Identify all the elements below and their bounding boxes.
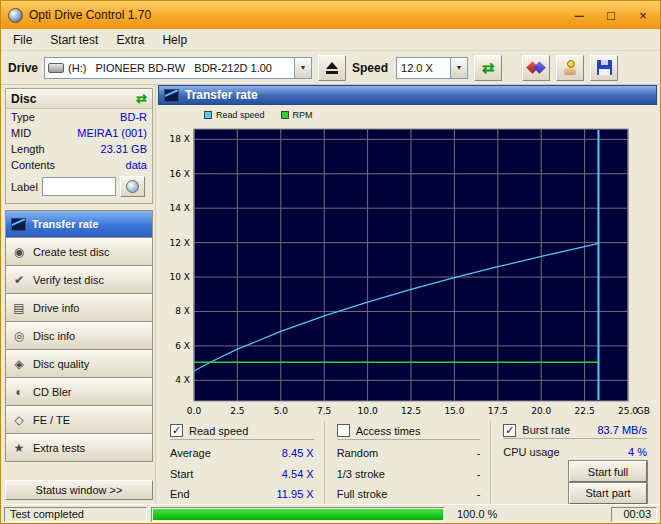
elapsed-time: 00:03 — [611, 507, 657, 522]
verify-test-disc-icon: ✔ — [11, 273, 27, 287]
sidebar-item-create-test-disc[interactable]: ◉ Create test disc — [5, 238, 153, 266]
svg-text:16 X: 16 X — [170, 169, 190, 179]
toolbar: Drive (H:) PIONEER BD-RW BDR-212D 1.00 ▼… — [1, 51, 660, 85]
eject-icon — [326, 62, 338, 74]
burst-rate-group: ✓ Burst rate 83.7 MB/s CPU usage 4 % Sta… — [490, 421, 657, 504]
full-stroke-row: Full stroke - — [337, 484, 481, 504]
sidebar-item-fe-te[interactable]: ◇ FE / TE — [5, 406, 153, 434]
sidebar-item-disc-info[interactable]: ◎ Disc info — [5, 322, 153, 350]
svg-text:6 X: 6 X — [175, 341, 190, 351]
disc-info-icon: ◎ — [11, 329, 27, 343]
average-row: Average 8.45 X — [170, 443, 314, 463]
app-window: Opti Drive Control 1.70 ─ □ × File Start… — [0, 0, 661, 524]
main-header: Transfer rate — [158, 85, 657, 105]
drive-label: Drive — [8, 61, 38, 75]
svg-text:GB: GB — [637, 406, 650, 416]
menu-extra[interactable]: Extra — [107, 31, 153, 49]
fe-te-icon: ◇ — [11, 413, 27, 427]
disc-quality-nav-icon: ◈ — [11, 357, 27, 371]
random-row: Random - — [337, 443, 481, 463]
chevron-down-icon[interactable]: ▼ — [294, 58, 311, 78]
svg-text:22.5: 22.5 — [575, 406, 595, 416]
svg-text:4 X: 4 X — [175, 375, 190, 385]
sidebar: Disc ⇄ Type BD-R MID MEIRA1 (001) Length… — [1, 85, 156, 504]
speed-select[interactable]: 12.0 X ▼ — [396, 57, 468, 79]
speed-select-value: 12.0 X — [397, 62, 450, 74]
page-title: Transfer rate — [185, 88, 258, 102]
disc-panel: Disc ⇄ Type BD-R MID MEIRA1 (001) Length… — [5, 88, 153, 204]
svg-text:15.0: 15.0 — [444, 406, 464, 416]
sidebar-item-drive-info[interactable]: ▤ Drive info — [5, 294, 153, 322]
chart-legend: Read speed RPM — [204, 107, 657, 123]
svg-text:7.5: 7.5 — [317, 406, 331, 416]
cd-bler-icon: ◐ — [11, 385, 27, 399]
disc-contents-row: Contents data — [6, 157, 152, 173]
read-speed-checkbox[interactable]: ✓ — [170, 424, 183, 437]
points-button[interactable] — [556, 55, 584, 81]
status-bar: Test completed 100.0 % 00:03 — [1, 504, 660, 523]
disc-length-row: Length 23.31 GB — [6, 141, 152, 157]
speed-label: Speed — [352, 61, 388, 75]
sidebar-item-disc-quality[interactable]: ◈ Disc quality — [5, 350, 153, 378]
start-part-button[interactable]: Start part — [569, 483, 647, 504]
menu-start-test[interactable]: Start test — [41, 31, 107, 49]
svg-text:20.0: 20.0 — [531, 406, 551, 416]
one-third-stroke-row: 1/3 stroke - — [337, 464, 481, 484]
disc-label-row: Label — [6, 173, 152, 203]
disc-quality-icon — [527, 60, 545, 75]
disc-quality-tool-button[interactable] — [522, 55, 550, 81]
read-speed-group: ✓ Read speed Average 8.45 X Start 4.54 X… — [158, 421, 324, 504]
save-icon — [597, 60, 612, 75]
menu-bar: File Start test Extra Help — [1, 29, 660, 51]
cpu-usage-row: CPU usage 4 % — [503, 442, 647, 461]
drive-select[interactable]: (H:) PIONEER BD-RW BDR-212D 1.00 ▼ — [44, 57, 312, 79]
menu-file[interactable]: File — [4, 31, 41, 49]
start-row: Start 4.54 X — [170, 464, 314, 484]
window-title: Opti Drive Control 1.70 — [29, 8, 151, 22]
sidebar-item-cd-bler[interactable]: ◐ CD Bler — [5, 378, 153, 406]
minimize-button[interactable]: ─ — [569, 6, 589, 24]
chevron-down-icon[interactable]: ▼ — [450, 58, 467, 78]
svg-text:18 X: 18 X — [170, 134, 190, 144]
extra-tests-icon: ★ — [11, 441, 27, 455]
end-row: End 11.95 X — [170, 484, 314, 504]
save-button[interactable] — [590, 55, 618, 81]
transfer-rate-icon — [164, 89, 179, 102]
app-icon — [8, 8, 23, 23]
progress-bar — [151, 507, 445, 522]
disc-type-row: Type BD-R — [6, 109, 152, 125]
sidebar-item-transfer-rate[interactable]: Transfer rate — [5, 210, 153, 238]
drive-icon — [48, 63, 64, 73]
label-input[interactable] — [42, 177, 116, 196]
menu-help[interactable]: Help — [153, 31, 196, 49]
progress-percent: 100.0 % — [449, 508, 497, 520]
close-button[interactable]: × — [633, 6, 653, 24]
sidebar-item-extra-tests[interactable]: ★ Extra tests — [5, 434, 153, 462]
svg-text:14 X: 14 X — [170, 203, 190, 213]
svg-text:0.0: 0.0 — [187, 406, 202, 416]
svg-text:10 X: 10 X — [170, 272, 190, 282]
disc-icon — [126, 180, 139, 193]
refresh-speeds-button[interactable]: ⇄ — [474, 55, 502, 81]
svg-text:8 X: 8 X — [175, 306, 190, 316]
label-write-button[interactable] — [120, 176, 145, 197]
burst-rate-checkbox[interactable]: ✓ — [503, 424, 516, 437]
burst-rate-value: 83.7 MB/s — [597, 424, 647, 436]
disc-refresh-icon[interactable]: ⇄ — [136, 92, 147, 105]
svg-text:5.0: 5.0 — [274, 406, 289, 416]
progress-fill — [153, 509, 443, 520]
drive-info-icon: ▤ — [11, 301, 27, 315]
sidebar-nav: Transfer rate ◉ Create test disc ✔ Verif… — [5, 210, 153, 462]
results-area: ✓ Read speed Average 8.45 X Start 4.54 X… — [158, 419, 657, 504]
svg-text:25.0: 25.0 — [618, 406, 638, 416]
status-message: Test completed — [4, 507, 147, 522]
maximize-button[interactable]: □ — [601, 6, 621, 24]
access-times-checkbox[interactable] — [337, 424, 350, 437]
start-full-button[interactable]: Start full — [569, 461, 647, 482]
svg-text:2.5: 2.5 — [230, 406, 244, 416]
eject-button[interactable] — [318, 55, 346, 81]
status-window-button[interactable]: Status window >> — [5, 480, 153, 500]
read-speed-swatch — [204, 111, 212, 119]
access-times-group: Access times Random - 1/3 stroke - Full … — [324, 421, 491, 504]
sidebar-item-verify-test-disc[interactable]: ✔ Verify test disc — [5, 266, 153, 294]
